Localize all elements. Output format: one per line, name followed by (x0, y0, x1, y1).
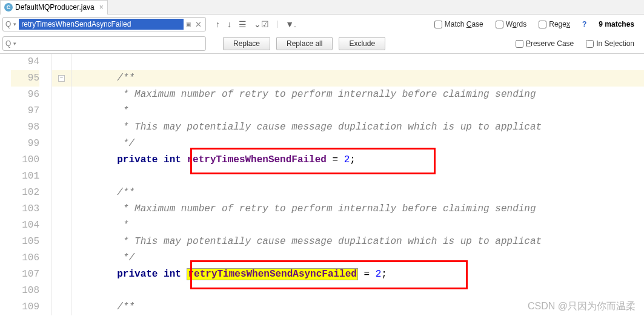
replace-input[interactable] (19, 38, 203, 49)
code-line[interactable] (71, 54, 644, 70)
fold-gutter: − (52, 54, 71, 315)
line-number: 101 (11, 168, 39, 185)
code-line[interactable]: /** (71, 185, 644, 201)
add-selection-icon[interactable]: ⌄☑ (254, 19, 269, 29)
nav-buttons: ↑ ↓ ☰ ⌄☑ | ▼. (211, 19, 301, 29)
code-line[interactable]: */ (71, 136, 644, 152)
find-replace-panel: Q ▾ ▣ ✕ ↑ ↓ ☰ ⌄☑ | ▼. Match Case Words (0, 15, 644, 54)
line-number: 95 (11, 70, 39, 87)
left-margin (0, 54, 11, 315)
fold-icon[interactable]: − (58, 75, 65, 82)
editor[interactable]: 94 95 96 97 98 99 100 101 102 103 104 10… (0, 54, 644, 315)
help-icon[interactable]: ? (582, 20, 586, 28)
line-number: 96 (11, 87, 39, 103)
replace-all-button[interactable]: Replace all (276, 37, 333, 50)
code-line[interactable]: /** (71, 70, 644, 87)
regex-checkbox[interactable]: Regex (539, 20, 570, 28)
exclude-button[interactable]: Exclude (339, 37, 385, 50)
search-box[interactable]: Q ▾ ▣ ✕ (2, 17, 206, 31)
line-number: 97 (11, 103, 39, 119)
line-number: 108 (11, 283, 39, 299)
replace-box[interactable]: Q ▾ (2, 36, 206, 51)
find-row: Q ▾ ▣ ✕ ↑ ↓ ☰ ⌄☑ | ▼. Match Case Words (0, 15, 644, 34)
match-case-checkbox[interactable]: Match Case (434, 20, 483, 28)
line-number: 98 (11, 119, 39, 136)
clear-search-icon[interactable]: ✕ (194, 20, 203, 29)
replace-buttons: Replace Replace all Exclude (223, 37, 385, 50)
line-number: 104 (11, 217, 39, 234)
search-icon: Q (5, 20, 11, 28)
tab-bar: C DefaultMQProducer.java × (0, 0, 644, 15)
search-input[interactable] (19, 19, 184, 30)
code-line[interactable] (71, 168, 644, 185)
filter-icon[interactable]: ▼. (285, 19, 296, 29)
select-all-icon[interactable]: ☰ (239, 19, 247, 29)
code-line[interactable]: * This may potentially cause message dup… (71, 234, 644, 250)
line-number: 99 (11, 136, 39, 152)
code-line[interactable]: * Maximum number of retry to perform int… (71, 87, 644, 103)
code-content[interactable]: /** * Maximum number of retry to perform… (71, 54, 644, 315)
replace-icon: Q (5, 39, 11, 48)
line-number: 107 (11, 266, 39, 283)
code-line[interactable] (71, 283, 644, 299)
replace-button[interactable]: Replace (223, 37, 270, 50)
preserve-case-checkbox[interactable]: Preserve Case (516, 39, 574, 48)
line-number: 105 (11, 234, 39, 250)
line-number: 103 (11, 201, 39, 217)
prev-match-icon[interactable]: ↑ (216, 19, 220, 29)
search-match-highlight: retryTimesWhenSendAsyncFailed (187, 268, 357, 280)
replace-history-dropdown[interactable]: ▾ (13, 41, 16, 47)
code-line[interactable]: * This may potentially cause message dup… (71, 119, 644, 136)
line-number: 102 (11, 185, 39, 201)
editor-tab[interactable]: C DefaultMQProducer.java × (0, 0, 108, 15)
next-match-icon[interactable]: ↓ (227, 19, 231, 29)
code-line[interactable]: * (71, 217, 644, 234)
code-line[interactable]: private int retryTimesWhenSendAsyncFaile… (71, 266, 644, 283)
watermark: CSDN @只因为你而温柔 (528, 300, 636, 313)
line-number-gutter: 94 95 96 97 98 99 100 101 102 103 104 10… (11, 54, 52, 315)
words-checkbox[interactable]: Words (496, 20, 526, 28)
replace-options: Preserve Case In Selection (516, 39, 642, 48)
code-line[interactable]: private int retryTimesWhenSendFailed = 2… (71, 152, 644, 168)
line-number: 109 (11, 299, 39, 315)
match-count: 9 matches (599, 20, 634, 28)
code-line[interactable]: * Maximum number of retry to perform int… (71, 201, 644, 217)
code-line[interactable]: * (71, 103, 644, 119)
replace-row: Q ▾ Replace Replace all Exclude Preserve… (0, 34, 644, 53)
search-history-dropdown[interactable]: ▾ (13, 21, 16, 27)
code-line[interactable]: */ (71, 250, 644, 266)
close-tab-icon[interactable]: × (99, 3, 104, 12)
in-selection-checkbox[interactable]: In Selection (586, 39, 634, 48)
line-number: 94 (11, 54, 39, 70)
line-number: 106 (11, 250, 39, 266)
search-options-dropdown[interactable]: ▣ (186, 21, 191, 27)
line-number: 100 (11, 152, 39, 168)
search-options: Match Case Words Regex ? 9 matches (434, 20, 642, 28)
class-file-icon: C (4, 3, 13, 12)
tab-filename: DefaultMQProducer.java (15, 3, 95, 12)
